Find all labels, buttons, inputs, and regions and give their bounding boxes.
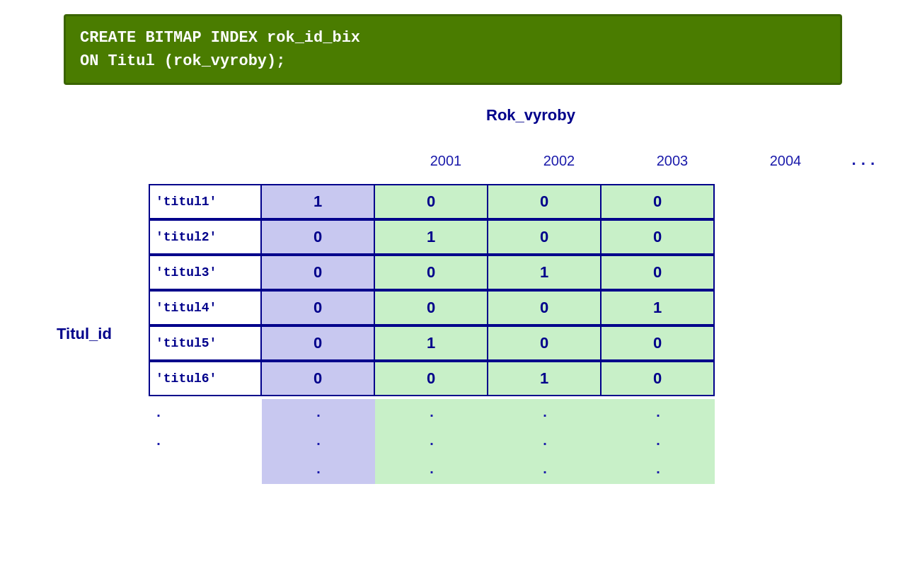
dot-col-2002: . . . [375,399,488,484]
table-row: 'titul1' 1 0 0 0 [149,184,715,219]
label-dots: . . [149,399,262,484]
row-values-titul1: 1 0 0 0 [262,184,715,219]
code-block: CREATE BITMAP INDEX rok_id_bix ON Titul … [64,14,842,85]
row-label-titul5: 'titul5' [149,325,262,361]
cell-titul1-2003: 0 [488,184,602,219]
diagram-area: Rok_vyroby 2001 2002 2003 2004 ... Titul… [57,106,887,484]
cell-titul2-2001: 0 [262,219,375,255]
cell-titul5-2003: 0 [488,325,602,361]
row-label-titul1: 'titul1' [149,184,262,219]
table-row: 'titul6' 0 0 1 0 [149,361,715,396]
cell-titul6-2004: 0 [602,361,715,396]
cell-titul2-2004: 0 [602,219,715,255]
dots-section: . . . . . . . . . [149,399,715,484]
cell-titul1-2002: 0 [375,184,488,219]
cell-titul6-2001: 0 [262,361,375,396]
table-section: Titul_id 'titul1' 1 0 0 0 [57,184,887,484]
row-values-titul5: 0 1 0 0 [262,325,715,361]
rows-container: 'titul1' 1 0 0 0 'titul2' 0 [149,184,715,484]
ellipsis: ... [849,152,877,170]
year-headers: 2001 2002 2003 2004 ... [276,152,887,170]
row-values-titul3: 0 0 1 0 [262,255,715,290]
cell-titul2-2003: 0 [488,219,602,255]
cell-titul5-2004: 0 [602,325,715,361]
cell-titul5-2002: 1 [375,325,488,361]
cell-titul1-2004: 0 [602,184,715,219]
cell-titul3-2002: 0 [375,255,488,290]
titul-id-label: Titul_id [57,325,112,343]
cell-titul4-2003: 0 [488,290,602,325]
code-text: CREATE BITMAP INDEX rok_id_bix ON Titul … [80,26,826,73]
dot-col-2003: . . . [488,399,602,484]
cell-titul6-2003: 1 [488,361,602,396]
year-2003: 2003 [616,153,729,169]
table-row: 'titul2' 0 1 0 0 [149,219,715,255]
cell-titul5-2001: 0 [262,325,375,361]
row-label-titul6: 'titul6' [149,361,262,396]
year-2001: 2001 [389,153,502,169]
cell-titul3-2004: 0 [602,255,715,290]
row-values-titul2: 0 1 0 0 [262,219,715,255]
year-2004: 2004 [729,153,842,169]
table-row: 'titul4' 0 0 0 1 [149,290,715,325]
page-wrapper: CREATE BITMAP INDEX rok_id_bix ON Titul … [0,0,915,588]
table-row: 'titul5' 0 1 0 0 [149,325,715,361]
dot-col-2001: . . . [262,399,375,484]
row-label-titul3: 'titul3' [149,255,262,290]
cell-titul1-2001: 1 [262,184,375,219]
table-row: 'titul3' 0 0 1 0 [149,255,715,290]
cell-titul3-2001: 0 [262,255,375,290]
group-title: Rok_vyroby [276,106,785,125]
row-values-titul6: 0 0 1 0 [262,361,715,396]
cell-titul3-2003: 1 [488,255,602,290]
dot-col-2004: . . . [602,399,715,484]
cell-titul2-2002: 1 [375,219,488,255]
year-2002: 2002 [502,153,616,169]
row-label-titul2: 'titul2' [149,219,262,255]
row-values-titul4: 0 0 0 1 [262,290,715,325]
cell-titul4-2004: 1 [602,290,715,325]
cell-titul4-2002: 0 [375,290,488,325]
row-label-titul4: 'titul4' [149,290,262,325]
cell-titul6-2002: 0 [375,361,488,396]
cell-titul4-2001: 0 [262,290,375,325]
